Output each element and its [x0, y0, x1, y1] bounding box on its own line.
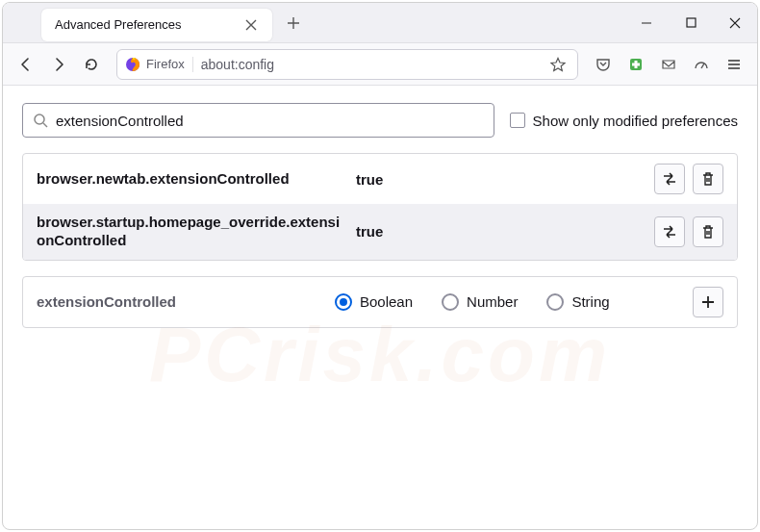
- url-text: about:config: [201, 57, 539, 72]
- content-area: Show only modified preferences browser.n…: [3, 86, 757, 345]
- browser-tab[interactable]: Advanced Preferences: [41, 9, 272, 41]
- extension-button[interactable]: [621, 49, 651, 80]
- title-bar: Advanced Preferences: [3, 3, 757, 43]
- reload-button[interactable]: [76, 49, 107, 80]
- svg-rect-0: [687, 18, 696, 27]
- pref-value: true: [356, 223, 643, 240]
- add-button[interactable]: [693, 287, 723, 317]
- navigation-toolbar: Firefox about:config: [3, 43, 757, 86]
- pref-search-box[interactable]: [22, 103, 494, 138]
- forward-button[interactable]: [43, 49, 74, 80]
- menu-button[interactable]: [719, 49, 749, 80]
- search-icon: [33, 113, 48, 128]
- type-radio-group: Boolean Number String: [335, 293, 681, 311]
- close-tab-icon[interactable]: [240, 13, 263, 37]
- delete-button[interactable]: [693, 216, 723, 247]
- type-radio-number[interactable]: Number: [442, 293, 518, 311]
- toggle-button[interactable]: [654, 216, 685, 247]
- radio-label: Number: [467, 293, 518, 310]
- bookmark-star-icon[interactable]: [546, 53, 570, 76]
- pref-row: browser.startup.homepage_override.extens…: [23, 204, 737, 260]
- show-modified-label: Show only modified preferences: [533, 113, 738, 129]
- radio-label: String: [571, 293, 609, 310]
- dashboard-button[interactable]: [686, 49, 717, 80]
- pref-name: browser.newtab.extensionControlled: [37, 170, 344, 189]
- new-pref-row: extensionControlled Boolean Number Strin…: [22, 276, 738, 328]
- svg-point-5: [35, 114, 44, 124]
- pocket-button[interactable]: [588, 49, 619, 80]
- new-tab-button[interactable]: [278, 8, 309, 38]
- prefs-table: browser.newtab.extensionControlled true …: [22, 153, 738, 261]
- firefox-logo-icon: [125, 57, 140, 72]
- radio-icon: [546, 293, 564, 311]
- pref-search-input[interactable]: [56, 113, 484, 129]
- window-controls: [624, 3, 757, 43]
- pref-name: browser.startup.homepage_override.extens…: [37, 214, 344, 250]
- maximize-button[interactable]: [669, 3, 713, 43]
- back-button[interactable]: [11, 49, 41, 80]
- radio-label: Boolean: [360, 293, 413, 310]
- mail-button[interactable]: [653, 49, 684, 80]
- show-modified-checkbox[interactable]: [510, 113, 525, 128]
- identity-box[interactable]: Firefox: [125, 57, 193, 72]
- address-bar[interactable]: Firefox about:config: [116, 49, 578, 80]
- new-pref-name: extensionControlled: [37, 293, 323, 310]
- pref-value: true: [356, 171, 643, 188]
- tab-title: Advanced Preferences: [55, 17, 240, 32]
- radio-icon: [335, 293, 352, 311]
- identity-label: Firefox: [146, 57, 185, 71]
- show-modified-checkbox-row[interactable]: Show only modified preferences: [510, 113, 738, 129]
- toggle-button[interactable]: [654, 164, 685, 194]
- delete-button[interactable]: [693, 164, 723, 194]
- svg-rect-4: [632, 63, 640, 65]
- type-radio-boolean[interactable]: Boolean: [335, 293, 413, 311]
- minimize-button[interactable]: [624, 3, 669, 43]
- type-radio-string[interactable]: String: [546, 293, 609, 311]
- close-window-button[interactable]: [713, 3, 757, 43]
- radio-icon: [442, 293, 459, 311]
- pref-row: browser.newtab.extensionControlled true: [23, 154, 737, 204]
